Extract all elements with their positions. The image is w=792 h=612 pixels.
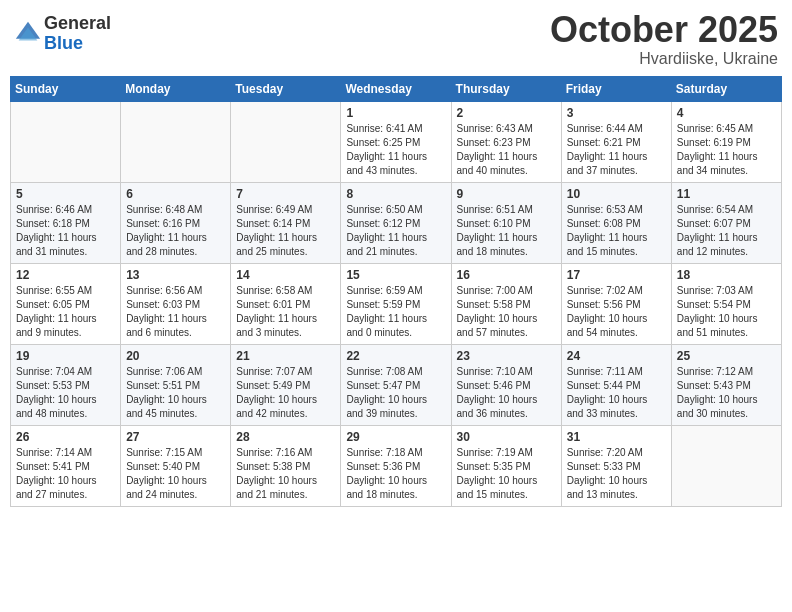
day-info: Sunrise: 7:10 AM Sunset: 5:46 PM Dayligh… [457,365,556,421]
day-info: Sunrise: 6:41 AM Sunset: 6:25 PM Dayligh… [346,122,445,178]
day-info: Sunrise: 7:15 AM Sunset: 5:40 PM Dayligh… [126,446,225,502]
calendar-week-row: 5Sunrise: 6:46 AM Sunset: 6:18 PM Daylig… [11,182,782,263]
day-number: 13 [126,268,225,282]
calendar-empty-cell [671,425,781,506]
day-info: Sunrise: 6:50 AM Sunset: 6:12 PM Dayligh… [346,203,445,259]
calendar-day-26: 26Sunrise: 7:14 AM Sunset: 5:41 PM Dayli… [11,425,121,506]
day-number: 7 [236,187,335,201]
calendar-day-16: 16Sunrise: 7:00 AM Sunset: 5:58 PM Dayli… [451,263,561,344]
day-info: Sunrise: 6:43 AM Sunset: 6:23 PM Dayligh… [457,122,556,178]
calendar-week-row: 12Sunrise: 6:55 AM Sunset: 6:05 PM Dayli… [11,263,782,344]
calendar-body: 1Sunrise: 6:41 AM Sunset: 6:25 PM Daylig… [11,101,782,506]
day-number: 5 [16,187,115,201]
day-info: Sunrise: 6:46 AM Sunset: 6:18 PM Dayligh… [16,203,115,259]
calendar-empty-cell [231,101,341,182]
day-info: Sunrise: 7:11 AM Sunset: 5:44 PM Dayligh… [567,365,666,421]
day-info: Sunrise: 6:49 AM Sunset: 6:14 PM Dayligh… [236,203,335,259]
calendar-day-29: 29Sunrise: 7:18 AM Sunset: 5:36 PM Dayli… [341,425,451,506]
day-number: 24 [567,349,666,363]
calendar-day-18: 18Sunrise: 7:03 AM Sunset: 5:54 PM Dayli… [671,263,781,344]
calendar-empty-cell [11,101,121,182]
calendar-day-19: 19Sunrise: 7:04 AM Sunset: 5:53 PM Dayli… [11,344,121,425]
day-number: 27 [126,430,225,444]
day-info: Sunrise: 7:14 AM Sunset: 5:41 PM Dayligh… [16,446,115,502]
calendar-day-25: 25Sunrise: 7:12 AM Sunset: 5:43 PM Dayli… [671,344,781,425]
title-block: October 2025 Hvardiiske, Ukraine [550,10,778,68]
calendar-week-row: 1Sunrise: 6:41 AM Sunset: 6:25 PM Daylig… [11,101,782,182]
day-info: Sunrise: 7:18 AM Sunset: 5:36 PM Dayligh… [346,446,445,502]
calendar-header: SundayMondayTuesdayWednesdayThursdayFrid… [11,76,782,101]
day-number: 9 [457,187,556,201]
day-number: 16 [457,268,556,282]
day-number: 17 [567,268,666,282]
location: Hvardiiske, Ukraine [550,50,778,68]
day-info: Sunrise: 7:00 AM Sunset: 5:58 PM Dayligh… [457,284,556,340]
calendar-day-28: 28Sunrise: 7:16 AM Sunset: 5:38 PM Dayli… [231,425,341,506]
day-info: Sunrise: 7:19 AM Sunset: 5:35 PM Dayligh… [457,446,556,502]
day-info: Sunrise: 6:48 AM Sunset: 6:16 PM Dayligh… [126,203,225,259]
day-number: 14 [236,268,335,282]
logo-general-text: General [44,14,111,34]
calendar-day-27: 27Sunrise: 7:15 AM Sunset: 5:40 PM Dayli… [121,425,231,506]
calendar-week-row: 19Sunrise: 7:04 AM Sunset: 5:53 PM Dayli… [11,344,782,425]
day-number: 25 [677,349,776,363]
calendar-day-21: 21Sunrise: 7:07 AM Sunset: 5:49 PM Dayli… [231,344,341,425]
logo-text: General Blue [44,14,111,54]
day-info: Sunrise: 6:58 AM Sunset: 6:01 PM Dayligh… [236,284,335,340]
day-info: Sunrise: 7:02 AM Sunset: 5:56 PM Dayligh… [567,284,666,340]
calendar-day-9: 9Sunrise: 6:51 AM Sunset: 6:10 PM Daylig… [451,182,561,263]
day-number: 26 [16,430,115,444]
calendar-day-24: 24Sunrise: 7:11 AM Sunset: 5:44 PM Dayli… [561,344,671,425]
day-info: Sunrise: 7:08 AM Sunset: 5:47 PM Dayligh… [346,365,445,421]
day-info: Sunrise: 7:07 AM Sunset: 5:49 PM Dayligh… [236,365,335,421]
day-info: Sunrise: 6:56 AM Sunset: 6:03 PM Dayligh… [126,284,225,340]
calendar-table: SundayMondayTuesdayWednesdayThursdayFrid… [10,76,782,507]
calendar-day-13: 13Sunrise: 6:56 AM Sunset: 6:03 PM Dayli… [121,263,231,344]
calendar-day-11: 11Sunrise: 6:54 AM Sunset: 6:07 PM Dayli… [671,182,781,263]
logo: General Blue [14,14,111,54]
day-number: 23 [457,349,556,363]
calendar-day-3: 3Sunrise: 6:44 AM Sunset: 6:21 PM Daylig… [561,101,671,182]
weekday-header-monday: Monday [121,76,231,101]
day-number: 29 [346,430,445,444]
day-number: 4 [677,106,776,120]
calendar-day-7: 7Sunrise: 6:49 AM Sunset: 6:14 PM Daylig… [231,182,341,263]
day-info: Sunrise: 6:53 AM Sunset: 6:08 PM Dayligh… [567,203,666,259]
weekday-header-thursday: Thursday [451,76,561,101]
day-info: Sunrise: 7:20 AM Sunset: 5:33 PM Dayligh… [567,446,666,502]
day-number: 30 [457,430,556,444]
weekday-header-wednesday: Wednesday [341,76,451,101]
calendar-day-15: 15Sunrise: 6:59 AM Sunset: 5:59 PM Dayli… [341,263,451,344]
weekday-header-friday: Friday [561,76,671,101]
calendar-week-row: 26Sunrise: 7:14 AM Sunset: 5:41 PM Dayli… [11,425,782,506]
calendar-day-31: 31Sunrise: 7:20 AM Sunset: 5:33 PM Dayli… [561,425,671,506]
calendar-day-8: 8Sunrise: 6:50 AM Sunset: 6:12 PM Daylig… [341,182,451,263]
logo-blue-text: Blue [44,34,111,54]
weekday-header-tuesday: Tuesday [231,76,341,101]
day-info: Sunrise: 6:45 AM Sunset: 6:19 PM Dayligh… [677,122,776,178]
day-number: 6 [126,187,225,201]
day-number: 11 [677,187,776,201]
month-title: October 2025 [550,10,778,50]
calendar-day-5: 5Sunrise: 6:46 AM Sunset: 6:18 PM Daylig… [11,182,121,263]
day-number: 19 [16,349,115,363]
day-number: 8 [346,187,445,201]
weekday-header-saturday: Saturday [671,76,781,101]
weekday-header-row: SundayMondayTuesdayWednesdayThursdayFrid… [11,76,782,101]
day-info: Sunrise: 6:51 AM Sunset: 6:10 PM Dayligh… [457,203,556,259]
day-number: 12 [16,268,115,282]
calendar-day-22: 22Sunrise: 7:08 AM Sunset: 5:47 PM Dayli… [341,344,451,425]
day-info: Sunrise: 6:55 AM Sunset: 6:05 PM Dayligh… [16,284,115,340]
calendar-day-20: 20Sunrise: 7:06 AM Sunset: 5:51 PM Dayli… [121,344,231,425]
day-info: Sunrise: 6:44 AM Sunset: 6:21 PM Dayligh… [567,122,666,178]
day-number: 3 [567,106,666,120]
day-number: 15 [346,268,445,282]
calendar-day-1: 1Sunrise: 6:41 AM Sunset: 6:25 PM Daylig… [341,101,451,182]
logo-icon [14,20,42,48]
day-number: 10 [567,187,666,201]
calendar-day-10: 10Sunrise: 6:53 AM Sunset: 6:08 PM Dayli… [561,182,671,263]
day-info: Sunrise: 7:16 AM Sunset: 5:38 PM Dayligh… [236,446,335,502]
calendar-day-14: 14Sunrise: 6:58 AM Sunset: 6:01 PM Dayli… [231,263,341,344]
calendar-day-17: 17Sunrise: 7:02 AM Sunset: 5:56 PM Dayli… [561,263,671,344]
weekday-header-sunday: Sunday [11,76,121,101]
